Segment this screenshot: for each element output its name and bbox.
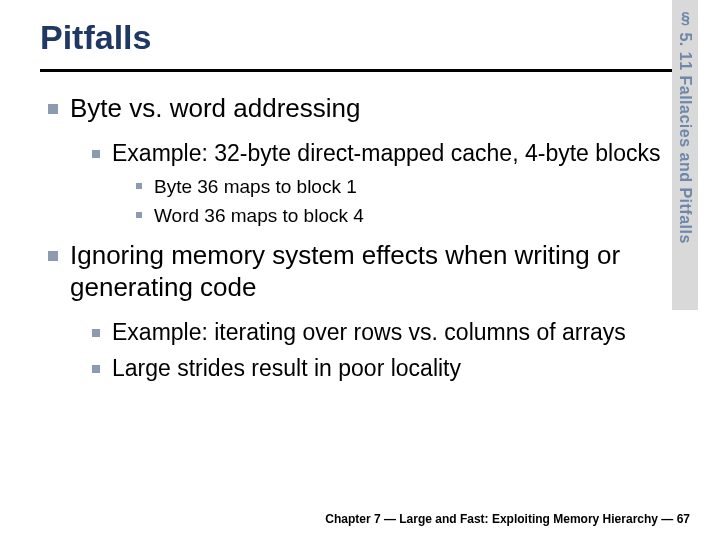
bullet-text: Byte vs. word addressing — [70, 92, 672, 125]
list-item: Byte vs. word addressing — [48, 92, 672, 125]
bullet-text: Large strides result in poor locality — [112, 354, 672, 384]
list-item: Ignoring memory system effects when writ… — [48, 239, 672, 304]
bullet-list-level1: Byte vs. word addressing Example: 32-byt… — [48, 92, 672, 383]
list-item: Large strides result in poor locality — [92, 354, 672, 384]
list-item: Example: 32-byte direct-mapped cache, 4-… — [92, 139, 672, 169]
bullet-list-level3: Byte 36 maps to block 1 Word 36 maps to … — [136, 174, 672, 228]
slide-title: Pitfalls — [40, 18, 720, 57]
section-label-text: § 5. 11 Fallacies and Pitfalls — [676, 10, 694, 244]
slide: § 5. 11 Fallacies and Pitfalls Pitfalls … — [0, 0, 720, 540]
bullet-list-level2: Example: 32-byte direct-mapped cache, 4-… — [92, 139, 672, 229]
slide-content: Byte vs. word addressing Example: 32-byt… — [0, 72, 720, 383]
square-bullet-icon — [48, 251, 58, 261]
square-bullet-icon — [92, 329, 100, 337]
square-bullet-icon — [92, 150, 100, 158]
bullet-text: Ignoring memory system effects when writ… — [70, 239, 672, 304]
list-item: Byte 36 maps to block 1 — [136, 174, 672, 200]
bullet-list-level2: Example: iterating over rows vs. columns… — [92, 318, 672, 384]
bullet-text: Word 36 maps to block 4 — [154, 203, 672, 229]
slide-footer: Chapter 7 — Large and Fast: Exploiting M… — [325, 512, 690, 526]
bullet-text: Byte 36 maps to block 1 — [154, 174, 672, 200]
bullet-text: Example: 32-byte direct-mapped cache, 4-… — [112, 139, 672, 169]
square-bullet-icon — [92, 365, 100, 373]
section-label-sidebar: § 5. 11 Fallacies and Pitfalls — [672, 0, 698, 310]
title-region: Pitfalls — [0, 0, 720, 63]
square-bullet-icon — [136, 183, 142, 189]
list-item: Word 36 maps to block 4 — [136, 203, 672, 229]
square-bullet-icon — [48, 104, 58, 114]
square-bullet-icon — [136, 212, 142, 218]
bullet-text: Example: iterating over rows vs. columns… — [112, 318, 672, 348]
list-item: Example: iterating over rows vs. columns… — [92, 318, 672, 348]
